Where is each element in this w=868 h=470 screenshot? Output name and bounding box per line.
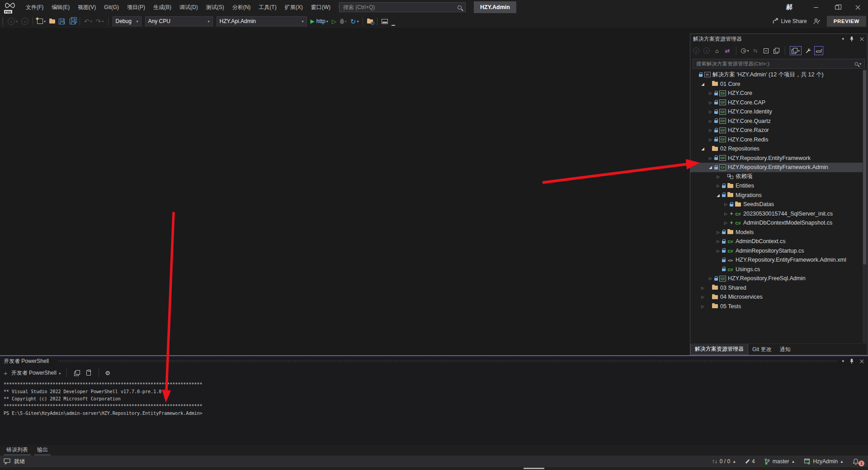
expander-icon[interactable] bbox=[715, 230, 721, 235]
restore-button[interactable] bbox=[826, 0, 847, 14]
tree-row[interactable]: AdminRepositoryStartup.cs bbox=[690, 246, 863, 256]
menu-item[interactable]: 调试(D) bbox=[175, 0, 202, 14]
tree-row[interactable]: Entities bbox=[690, 181, 863, 191]
switch-views-button[interactable]: ⇆ bbox=[751, 46, 760, 55]
expander-icon[interactable] bbox=[715, 239, 721, 244]
feedback-icon[interactable] bbox=[813, 18, 821, 24]
properties-button[interactable] bbox=[772, 46, 780, 55]
live-share-button[interactable]: Live Share bbox=[772, 18, 807, 24]
show-output-window-button[interactable] bbox=[380, 16, 389, 27]
expander-icon[interactable] bbox=[708, 109, 713, 114]
menu-item[interactable]: 项目(P) bbox=[123, 0, 149, 14]
tree-row[interactable]: HZY.Repository.EntityFramework.Admin.xml bbox=[690, 255, 863, 265]
minimize-button[interactable] bbox=[806, 0, 826, 14]
expander-icon[interactable] bbox=[708, 128, 713, 132]
file-nesting-toggle[interactable]: ▾ bbox=[790, 46, 802, 55]
tool-window-tab[interactable]: 解决方案资源管理器 bbox=[690, 344, 748, 355]
expander-icon[interactable] bbox=[715, 183, 721, 188]
toolbar-grip[interactable] bbox=[2, 17, 4, 25]
copy-button[interactable] bbox=[73, 368, 81, 377]
solution-tree-scrollbar[interactable] bbox=[863, 70, 867, 343]
settings-button[interactable] bbox=[804, 46, 812, 55]
find-in-files-button[interactable] bbox=[366, 16, 374, 27]
account-avatar[interactable]: 郝 bbox=[780, 0, 798, 14]
save-all-button[interactable] bbox=[67, 16, 77, 27]
start-without-debug-button[interactable]: ▷ bbox=[330, 16, 338, 27]
menu-item[interactable]: 编辑(E) bbox=[47, 0, 74, 14]
tree-row[interactable]: Models bbox=[690, 228, 863, 237]
tree-row[interactable]: HZY.Core.Identity bbox=[690, 107, 863, 117]
terminal-settings-button[interactable]: ⚙ bbox=[105, 370, 110, 376]
expander-icon[interactable] bbox=[715, 193, 721, 197]
close-button[interactable] bbox=[847, 0, 868, 14]
open-folder-button[interactable] bbox=[48, 16, 57, 27]
menu-item[interactable]: 扩展(X) bbox=[281, 0, 307, 14]
menu-item[interactable]: 分析(N) bbox=[228, 0, 255, 14]
bottom-tab[interactable]: 输出 bbox=[34, 445, 51, 456]
tree-row[interactable]: 03 Shared bbox=[690, 283, 863, 293]
navigate-back-button[interactable]: ‹▾ bbox=[6, 16, 19, 27]
tree-row[interactable]: AdminDbContextModelSnapshot.cs bbox=[690, 218, 863, 228]
close-panel-icon[interactable] bbox=[860, 359, 864, 363]
undo-button[interactable]: ↶▾ bbox=[83, 16, 94, 27]
new-project-button[interactable]: ▾ bbox=[36, 16, 47, 27]
powershell-titlebar[interactable]: 开发者 PowerShell ▾ bbox=[0, 356, 868, 366]
shell-selector[interactable]: 开发者 PowerShell ▾ bbox=[11, 369, 61, 377]
expander-icon[interactable] bbox=[700, 82, 706, 86]
tree-row[interactable]: 05 Tests bbox=[690, 302, 863, 311]
tree-row[interactable]: HZY.Core.CAP bbox=[690, 98, 863, 108]
expander-icon[interactable] bbox=[700, 286, 706, 290]
menu-item[interactable]: Git(G) bbox=[100, 0, 123, 14]
tree-row[interactable]: HZY.Repository.EntityFramework bbox=[690, 154, 863, 163]
expander-icon[interactable] bbox=[708, 119, 713, 123]
bottom-tab[interactable]: 错误列表 bbox=[4, 445, 31, 456]
new-terminal-icon[interactable]: + bbox=[4, 369, 8, 377]
expander-icon[interactable] bbox=[723, 212, 729, 216]
preview-button[interactable]: PREVIEW bbox=[827, 16, 866, 27]
start-debug-button[interactable]: ▶http▾ bbox=[309, 16, 330, 27]
pending-changes-status[interactable]: 4 bbox=[745, 458, 755, 465]
tree-row[interactable]: 02 Repositories bbox=[690, 144, 863, 154]
expander-icon[interactable] bbox=[723, 221, 729, 225]
expander-icon[interactable] bbox=[708, 137, 713, 142]
terminal-output[interactable]: ****************************************… bbox=[4, 381, 864, 443]
quick-search-box[interactable]: 搜索 (Ctrl+Q) bbox=[339, 2, 466, 12]
se-back-button[interactable]: ‹ bbox=[692, 46, 700, 55]
window-position-icon[interactable]: ▾ bbox=[842, 359, 844, 363]
configuration-dropdown[interactable]: Debug▾ bbox=[113, 16, 142, 26]
expander-icon[interactable] bbox=[708, 100, 713, 105]
platform-dropdown[interactable]: Any CPU▾ bbox=[145, 16, 213, 26]
tree-row[interactable]: HZY.Core bbox=[690, 89, 863, 98]
track-active-item-toggle[interactable] bbox=[814, 46, 823, 55]
search-options-icon[interactable]: ▾ bbox=[859, 62, 861, 66]
tool-window-tab[interactable]: 通知 bbox=[776, 344, 795, 355]
expander-icon[interactable] bbox=[700, 146, 706, 151]
navigate-forward-button[interactable]: › bbox=[20, 16, 30, 27]
tree-row[interactable]: HZY.Core.Redis bbox=[690, 135, 863, 145]
menu-item[interactable]: 文件(F) bbox=[22, 0, 47, 14]
tree-row[interactable]: HZY.Repository.EntityFramework.Admin bbox=[690, 163, 863, 172]
expander-icon[interactable] bbox=[715, 249, 721, 253]
collapse-all-button[interactable] bbox=[762, 46, 770, 55]
tree-row[interactable]: HZY.Core.Razor bbox=[690, 126, 863, 135]
panel-drag-grip[interactable] bbox=[58, 360, 837, 362]
notifications-button[interactable]: 1 bbox=[853, 457, 864, 466]
sync-with-active-document-button[interactable]: ⇄ bbox=[723, 46, 731, 55]
expander-icon[interactable] bbox=[723, 202, 729, 207]
expander-icon[interactable] bbox=[708, 156, 713, 160]
git-sync-status[interactable]: ↑↓ 0 / 0 ▲ bbox=[712, 458, 736, 465]
tree-row[interactable]: Migrations bbox=[690, 191, 863, 200]
pin-icon[interactable] bbox=[849, 36, 854, 42]
git-branch-status[interactable]: master ▲ bbox=[764, 458, 795, 465]
tree-row[interactable]: Usings.cs bbox=[690, 265, 863, 274]
solution-title-badge[interactable]: HZY.Admin bbox=[474, 1, 516, 13]
pending-changes-filter-button[interactable]: ▾ bbox=[741, 46, 749, 55]
close-panel-icon[interactable] bbox=[860, 37, 864, 41]
tool-window-tab[interactable]: Git 更改 bbox=[748, 344, 776, 355]
menu-item[interactable]: 视图(V) bbox=[74, 0, 100, 14]
startup-project-dropdown[interactable]: HZY.Api.Admin▾ bbox=[217, 16, 307, 26]
expander-icon[interactable] bbox=[700, 304, 706, 309]
home-button[interactable]: ⌂ bbox=[713, 46, 721, 55]
feedback-bubble-icon[interactable] bbox=[4, 458, 10, 465]
expander-icon[interactable] bbox=[708, 91, 713, 95]
